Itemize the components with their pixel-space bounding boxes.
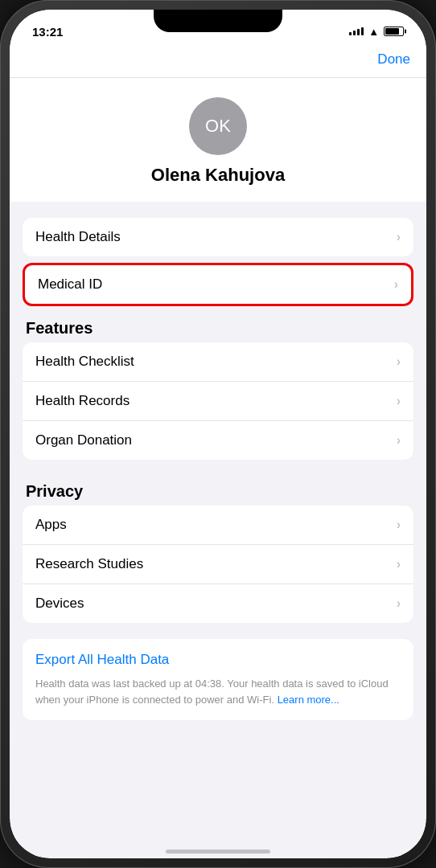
status-time: 13:21: [32, 25, 63, 39]
health-checklist-label: Health Checklist: [35, 354, 134, 370]
medical-id-chevron: ›: [394, 277, 398, 292]
notch: [154, 10, 282, 32]
status-icons: ▲: [349, 26, 404, 38]
home-indicator: [166, 850, 270, 854]
health-records-label: Health Records: [35, 393, 130, 409]
health-checklist-item[interactable]: Health Checklist ›: [23, 342, 413, 382]
health-details-list: Health Details ›: [23, 218, 413, 256]
avatar-initials: OK: [205, 116, 231, 137]
phone-frame: 13:21 ▲ Done: [0, 0, 436, 868]
profile-section: OK Olena Kahujova: [10, 78, 426, 202]
done-button[interactable]: Done: [377, 51, 410, 68]
privacy-section: Privacy Apps › Research Studies › Device…: [10, 476, 426, 623]
scroll-content: OK Olena Kahujova Health Details › Medic…: [10, 78, 426, 858]
apps-label: Apps: [35, 517, 67, 533]
avatar: OK: [189, 97, 247, 155]
features-section: Features Health Checklist › Health Recor…: [10, 313, 426, 460]
health-details-chevron: ›: [397, 230, 401, 244]
health-details-label: Health Details: [35, 229, 121, 245]
export-note: Health data was last backed up at 04:38.…: [35, 678, 389, 706]
privacy-header: Privacy: [10, 476, 426, 506]
wifi-icon: ▲: [368, 26, 379, 38]
privacy-list: Apps › Research Studies › Devices ›: [23, 506, 413, 623]
features-header: Features: [10, 313, 426, 342]
battery-icon: [384, 27, 404, 36]
health-records-item[interactable]: Health Records ›: [23, 382, 413, 421]
research-studies-chevron: ›: [397, 557, 401, 571]
export-section: Export All Health Data Health data was l…: [23, 639, 413, 720]
features-list: Health Checklist › Health Records › Orga…: [23, 342, 413, 460]
devices-chevron: ›: [397, 596, 401, 611]
export-link[interactable]: Export All Health Data: [35, 652, 401, 668]
medical-id-wrapper: Medical ID ›: [23, 263, 413, 306]
health-details-item[interactable]: Health Details ›: [23, 218, 413, 256]
organ-donation-label: Organ Donation: [35, 432, 132, 448]
health-records-chevron: ›: [397, 394, 401, 408]
devices-label: Devices: [35, 596, 84, 612]
organ-donation-chevron: ›: [397, 433, 401, 448]
medical-id-item[interactable]: Medical ID ›: [25, 265, 411, 304]
apps-chevron: ›: [397, 518, 401, 532]
apps-item[interactable]: Apps ›: [23, 506, 413, 545]
research-studies-item[interactable]: Research Studies ›: [23, 545, 413, 584]
profile-name: Olena Kahujova: [151, 165, 285, 186]
learn-more-link[interactable]: Learn more...: [278, 694, 339, 706]
signal-icon: [349, 27, 364, 35]
health-checklist-chevron: ›: [397, 354, 401, 369]
research-studies-label: Research Studies: [35, 556, 143, 572]
screen: 13:21 ▲ Done: [10, 10, 426, 858]
medical-id-label: Medical ID: [38, 276, 102, 293]
nav-bar: Done: [10, 45, 426, 78]
devices-item[interactable]: Devices ›: [23, 584, 413, 623]
phone-inner: 13:21 ▲ Done: [10, 10, 426, 858]
organ-donation-item[interactable]: Organ Donation ›: [23, 421, 413, 460]
